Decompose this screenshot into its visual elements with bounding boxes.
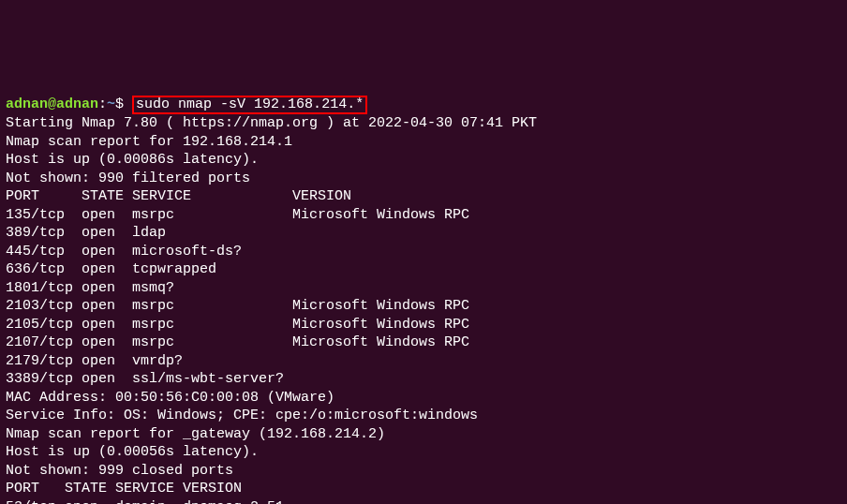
table-row: 135/tcp open msrpc Microsoft Windows RPC [6,206,841,225]
table-row: 2179/tcp open vmrdp? [6,352,841,371]
host2-up: Host is up (0.00056s latency). [6,443,841,462]
prompt-user: adnan [6,96,48,112]
table-row: 2103/tcp open msrpc Microsoft Windows RP… [6,297,841,316]
host1-svcinfo: Service Info: OS: Windows; CPE: cpe:/o:m… [6,407,841,425]
host1-mac: MAC Address: 00:50:56:C0:00:08 (VMware) [6,389,841,408]
host1-header: PORT STATE SERVICE VERSION [6,187,841,206]
host1-report: Nmap scan report for 192.168.214.1 [6,133,841,152]
table-row: 636/tcp open tcpwrapped [6,260,841,279]
host2-notshown: Not shown: 999 closed ports [6,462,841,481]
host1-notshown: Not shown: 990 filtered ports [6,170,841,188]
host2-report: Nmap scan report for _gateway (192.168.2… [6,425,841,444]
prompt-colon: : [98,96,107,112]
truncated-line [6,77,841,96]
prompt-dollar: $ [115,96,132,112]
table-row: 3389/tcp open ssl/ms-wbt-server? [6,370,841,389]
prompt-line[interactable]: adnan@adnan:~$ sudo nmap -sV 192.168.214… [6,96,841,115]
host1-up: Host is up (0.00086s latency). [6,151,841,170]
table-row: 1801/tcp open msmq? [6,279,841,298]
table-row: 389/tcp open ldap [6,224,841,243]
nmap-start: Starting Nmap 7.80 ( https://nmap.org ) … [6,114,841,133]
prompt-at: @ [48,96,56,112]
table-row: 445/tcp open microsoft-ds? [6,243,841,261]
host2-header: PORT STATE SERVICE VERSION [6,480,841,498]
prompt-path: ~ [107,96,115,112]
table-row: 2105/tcp open msrpc Microsoft Windows RP… [6,316,841,334]
command-highlight: sudo nmap -sV 192.168.214.* [132,96,367,115]
table-row: 2107/tcp open msrpc Microsoft Windows RP… [6,334,841,352]
prompt-host: adnan [56,96,98,112]
table-row: 53/tcp open domain dnsmasq 2.51 [6,498,841,505]
